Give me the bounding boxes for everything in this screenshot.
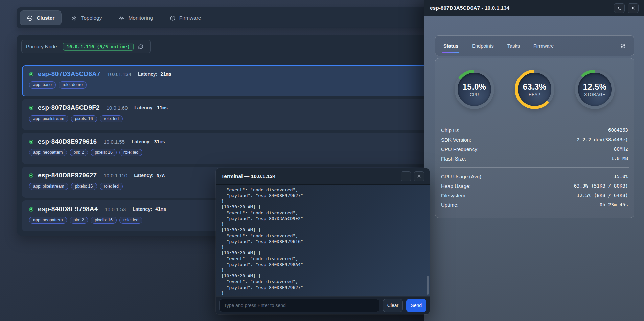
- stat-label: CPU Usage (Avg):: [441, 174, 483, 179]
- stat-label: Filesystem:: [441, 193, 467, 198]
- node-tag: app: base: [29, 81, 56, 89]
- tab-firmware[interactable]: Firmware: [533, 43, 554, 49]
- gauge-storage: 12.5%STORAGE: [575, 70, 615, 109]
- gauge-value: 15.0%: [463, 82, 486, 92]
- close-icon: [417, 174, 421, 179]
- open-terminal-button[interactable]: [614, 3, 625, 13]
- node-detail-panel: esp-807D3A5CD6A7 - 10.0.1.134 StatusEndp…: [424, 0, 644, 321]
- node-ip: 10.0.1.110: [104, 173, 127, 178]
- detail-panel-body: StatusEndpointsTasksFirmware 15.0%CPU63.…: [424, 16, 644, 321]
- detail-panel-title: esp-807D3A5CD6A7 - 10.0.1.134: [430, 5, 509, 11]
- stat-value: 6084263: [608, 127, 628, 133]
- node-tag: role: led: [119, 149, 142, 156]
- node-ip: 10.0.1.53: [105, 206, 126, 212]
- terminal-log: "event": "node_discovered", "payload": "…: [216, 185, 430, 296]
- node-ip: 10.0.1.60: [107, 105, 128, 111]
- stat-value: 0h 23m 45s: [600, 202, 628, 207]
- nav-tab-cluster[interactable]: Cluster: [20, 10, 62, 25]
- gauge-row: 15.0%CPU63.3%HEAP12.5%STORAGE: [440, 70, 629, 109]
- gauge-label: HEAP: [529, 92, 540, 97]
- terminal-input[interactable]: [219, 299, 380, 312]
- gauge-label: CPU: [470, 92, 479, 97]
- close-panel-button[interactable]: [628, 3, 639, 13]
- stat-row: Flash Size:1.0 MB: [440, 154, 629, 163]
- stat-row: CPU Usage (Avg):15.0%: [440, 172, 629, 181]
- tab-tasks[interactable]: Tasks: [507, 43, 520, 49]
- nav-tab-monitoring[interactable]: Monitoring: [112, 10, 160, 25]
- node-name: esp-840D8E979616: [38, 138, 97, 145]
- gauge-ring: 15.0%CPU: [455, 70, 494, 109]
- online-status-icon: [29, 106, 33, 110]
- tab-status[interactable]: Status: [443, 43, 458, 49]
- latency-value: 31ms: [154, 139, 165, 144]
- gauge-ring: 12.5%STORAGE: [575, 70, 615, 109]
- online-status-icon: [29, 207, 33, 212]
- node-ip: 10.0.1.55: [104, 139, 125, 145]
- latency-label: Latency:: [134, 105, 154, 110]
- node-tag: app: neopattern: [29, 217, 67, 224]
- stat-label: SDK Version:: [441, 137, 471, 143]
- nav-tab-label: Topology: [81, 15, 102, 21]
- cluster-icon: [27, 15, 33, 21]
- detail-tabs: StatusEndpointsTasksFirmware: [435, 35, 634, 56]
- node-tag: role: led: [100, 115, 123, 122]
- stat-label: Uptime:: [441, 202, 459, 208]
- latency-value: N/A: [157, 173, 165, 178]
- node-ip: 10.0.1.134: [107, 71, 131, 77]
- stat-value: 80MHz: [614, 146, 628, 152]
- minimize-button[interactable]: [401, 171, 411, 181]
- stat-row: Uptime:0h 23m 45s: [440, 200, 629, 209]
- terminal-titlebar[interactable]: Terminal — 10.0.1.134: [216, 168, 430, 185]
- firmware-icon: [170, 15, 176, 21]
- divider: [440, 167, 629, 168]
- gauge-cpu: 15.0%CPU: [455, 70, 494, 109]
- node-name: esp-840D8E9798A4: [38, 205, 98, 213]
- stat-label: Chip ID:: [441, 127, 459, 133]
- nav-tab-label: Firmware: [179, 15, 201, 21]
- stat-row: SDK Version:2.2.2-dev(38a443e): [440, 135, 629, 144]
- latency-value: 21ms: [160, 71, 171, 77]
- online-status-icon: [29, 140, 33, 144]
- node-name: esp-807D3A5CD6A7: [38, 70, 100, 78]
- terminal-scrollbar-thumb[interactable]: [427, 276, 429, 295]
- detail-panel-header: esp-807D3A5CD6A7 - 10.0.1.134: [424, 0, 644, 16]
- tab-endpoints[interactable]: Endpoints: [472, 43, 494, 49]
- minimize-icon: [404, 174, 408, 179]
- gauge-face: 12.5%STORAGE: [578, 73, 612, 106]
- refresh-icon[interactable]: [620, 43, 626, 49]
- latency-label: Latency:: [132, 139, 151, 144]
- node-tag: pixels: 16: [71, 115, 97, 122]
- online-status-icon: [29, 72, 33, 76]
- clear-button[interactable]: Clear: [383, 299, 403, 312]
- node-tag: role: led: [119, 217, 142, 224]
- node-tag: pixels: 16: [91, 217, 117, 224]
- close-button[interactable]: [414, 171, 424, 181]
- gauge-ring: 63.3%HEAP: [515, 70, 554, 109]
- refresh-icon[interactable]: [138, 44, 143, 49]
- gauge-heap: 63.3%HEAP: [515, 70, 554, 109]
- node-tag: role: demo: [59, 81, 87, 89]
- stat-row: CPU Frequency:80MHz: [440, 144, 629, 154]
- node-tag: pixels: 16: [71, 183, 97, 190]
- node-tag: pin: 2: [70, 217, 88, 224]
- stat-row: Heap Usage:63.3% (51KB / 80KB): [440, 181, 629, 191]
- gauge-value: 12.5%: [583, 82, 607, 92]
- latency-value: 41ms: [155, 206, 166, 212]
- terminal-icon: [617, 6, 622, 11]
- nav-tab-firmware[interactable]: Firmware: [163, 10, 208, 25]
- stat-label: CPU Frequency:: [441, 146, 479, 152]
- status-card: 15.0%CPU63.3%HEAP12.5%STORAGE Chip ID:60…: [435, 58, 634, 218]
- stat-label: Heap Usage:: [441, 183, 471, 189]
- gauge-label: STORAGE: [584, 92, 605, 97]
- primary-node-badge: 10.0.1.110 (5/5 online): [63, 43, 134, 51]
- close-icon: [631, 6, 636, 10]
- monitoring-icon: [119, 15, 124, 21]
- gauge-face: 15.0%CPU: [458, 73, 491, 106]
- stat-row: Filesystem:12.5% (8KB / 64KB): [440, 191, 629, 200]
- primary-node-label: Primary Node:: [26, 44, 59, 49]
- nav-tab-topology[interactable]: Topology: [64, 10, 109, 25]
- send-button[interactable]: Send: [406, 299, 426, 312]
- gauge-face: 63.3%HEAP: [518, 73, 551, 106]
- stat-value: 15.0%: [614, 174, 628, 179]
- node-tag: pin: 2: [70, 149, 88, 156]
